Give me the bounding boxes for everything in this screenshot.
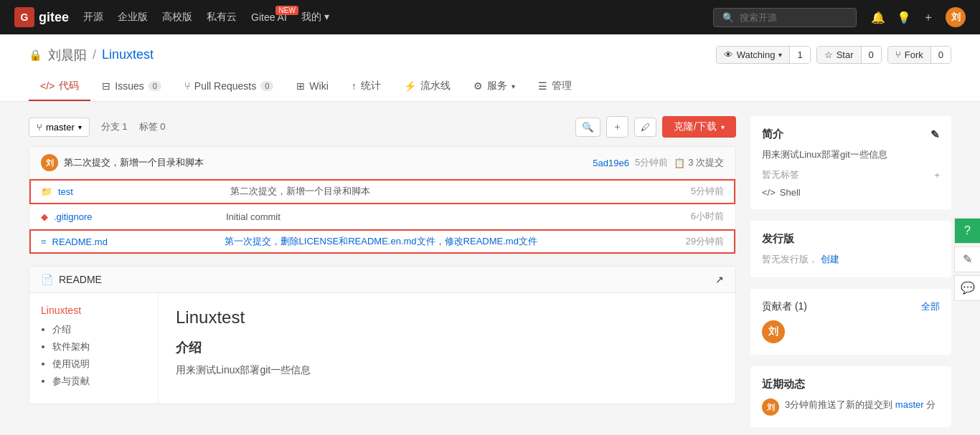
no-tag-label: 暂无标签 <box>762 168 799 181</box>
branch-bar: ⑂ master ▾ 分支 1 标签 0 🔍 ＋ 🖊 克隆/下载 ▾ <box>29 116 736 138</box>
contrib-all-link[interactable]: 全部 <box>921 300 940 313</box>
intro-edit-icon[interactable]: ✎ <box>930 128 940 141</box>
repo-title: 🔒 刘晨阳 / Linuxtest <box>29 47 154 64</box>
eye-icon: 👁 <box>724 49 733 60</box>
tab-wiki[interactable]: ⊞ Wiki <box>285 73 339 100</box>
repo-name[interactable]: Linuxtest <box>102 47 154 62</box>
file-row-gitignore: ◆ .gitignore Initial commit 6小时前 <box>29 204 735 229</box>
star-main[interactable]: ☆ Star <box>817 47 861 63</box>
sidebar-intro-desc: 用来测试Linux部署git一些信息 <box>762 148 940 161</box>
star-icon: ☆ <box>824 49 833 60</box>
wiki-icon: ⊞ <box>296 80 305 92</box>
bulb-icon[interactable]: 💡 <box>897 11 911 24</box>
fork-count[interactable]: 0 <box>930 47 951 63</box>
plus-icon[interactable]: ＋ <box>923 10 934 25</box>
file-list: 刘 第二次提交，新增一个目录和脚本 5ad19e6 5分钟前 📋 3 次提交 📁… <box>29 146 736 254</box>
watch-button[interactable]: 👁 Watching ▾ 1 <box>716 46 811 64</box>
branch-selector[interactable]: ⑂ master ▾ <box>29 118 90 137</box>
readme-external-link[interactable]: ↗ <box>715 274 724 285</box>
chat-float-button[interactable]: 💬 <box>954 275 980 301</box>
activity-item: 刘 3分钟前推送了新的提交到 master 分 <box>762 398 940 416</box>
search-box[interactable]: 🔍 <box>713 8 857 27</box>
watch-count[interactable]: 1 <box>789 47 809 63</box>
commit-hash[interactable]: 5ad19e6 <box>593 158 629 168</box>
add-tag-icon[interactable]: + <box>934 170 940 181</box>
fork-main[interactable]: ⑂ Fork <box>888 47 930 63</box>
editor-btn[interactable]: 🖊 <box>634 118 656 137</box>
tab-manage[interactable]: ☰ 管理 <box>527 72 583 101</box>
fork-icon: ⑂ <box>895 49 901 60</box>
file-name-gitignore[interactable]: .gitignore <box>54 211 197 222</box>
clone-chevron: ▾ <box>721 123 725 131</box>
release-create-link[interactable]: 创建 <box>821 254 839 264</box>
nav-opensource[interactable]: 开源 <box>83 11 103 24</box>
toc-item-arch[interactable]: 软件架构 <box>52 340 146 353</box>
star-button[interactable]: ☆ Star 0 <box>816 46 882 64</box>
clone-download-btn[interactable]: 克隆/下载 ▾ <box>662 116 736 138</box>
toc-title[interactable]: Linuxtest <box>41 305 146 316</box>
readme-section: 📄 README ↗ Linuxtest 介绍 软件架构 使用说明 参与贡献 L… <box>29 266 736 404</box>
nav-gitee-ai[interactable]: Gitee AI NEW <box>251 11 287 23</box>
tab-issues-label: Issues <box>115 80 143 92</box>
sidebar-intro: 简介 ✎ 用来测试Linux部署git一些信息 暂无标签 + </> Shell <box>750 116 951 209</box>
tab-code-label: 代码 <box>59 80 79 92</box>
file-name-readme[interactable]: README.md <box>52 236 196 247</box>
search-icon: 🔍 <box>722 12 734 23</box>
readme-icon-header: 📄 <box>41 274 53 285</box>
clone-label: 克隆/下载 <box>674 120 717 133</box>
star-count[interactable]: 0 <box>861 47 881 63</box>
sidebar-release: 发行版 暂无发行版， 创建 <box>750 221 951 277</box>
lock-icon: 🔒 <box>29 49 42 62</box>
nav-private[interactable]: 私有云 <box>207 11 237 24</box>
toc-list: 介绍 软件架构 使用说明 参与贡献 <box>41 323 146 388</box>
folder-icon: 📁 <box>41 186 52 197</box>
activity-text: 3分钟前推送了新的提交到 master 分 <box>785 398 936 411</box>
commit-count[interactable]: 📋 3 次提交 <box>674 156 724 169</box>
bell-icon[interactable]: 🔔 <box>871 11 885 24</box>
code-icon: </> <box>40 80 55 92</box>
release-no-text: 暂无发行版， 创建 <box>762 253 940 266</box>
contrib-user-avatar[interactable]: 刘 <box>762 320 785 343</box>
file-name-test[interactable]: test <box>58 186 202 197</box>
readme-commit-link[interactable]: 第一次提交，删除LICENSE和README.en.md文件，修改README.… <box>225 236 537 247</box>
separator: / <box>93 47 96 62</box>
search-files-btn[interactable]: 🔍 <box>575 118 600 137</box>
nav-enterprise[interactable]: 企业版 <box>118 11 148 24</box>
help-button[interactable]: ? <box>954 218 980 244</box>
release-title: 发行版 <box>762 232 940 246</box>
toc-item-contrib[interactable]: 参与贡献 <box>52 375 146 388</box>
readme-desc: 用来测试Linux部署git一些信息 <box>176 362 718 378</box>
edit-float-button[interactable]: ✎ <box>954 247 980 272</box>
tab-code[interactable]: </> 代码 <box>29 72 90 101</box>
activity-branch-link[interactable]: master <box>895 399 924 410</box>
tag-count[interactable]: 标签 0 <box>139 120 166 133</box>
nav-campus[interactable]: 高校版 <box>162 11 192 24</box>
logo-icon: G <box>14 7 34 27</box>
logo[interactable]: G gitee <box>14 7 69 27</box>
tab-stats[interactable]: ↑ 统计 <box>340 72 392 101</box>
repo-owner[interactable]: 刘晨阳 <box>48 47 87 64</box>
commit-message: 第二次提交，新增一个目录和脚本 <box>64 156 587 169</box>
tab-pullrequests[interactable]: ⑂ Pull Requests 0 <box>173 73 286 100</box>
branch-count[interactable]: 分支 1 <box>101 120 128 133</box>
branch-chevron: ▾ <box>78 123 82 131</box>
readme-title: 📄 README <box>41 274 102 285</box>
file-commit-readme[interactable]: 第一次提交，删除LICENSE和README.en.md文件，修改README.… <box>196 235 666 248</box>
lang-icon: </> <box>762 187 776 198</box>
activity-title: 近期动态 <box>762 378 940 391</box>
add-file-btn[interactable]: ＋ <box>606 116 628 138</box>
toc-item-intro[interactable]: 介绍 <box>52 323 146 336</box>
tab-issues[interactable]: ⊟ Issues 0 <box>90 73 173 100</box>
float-buttons: ? ✎ 💬 <box>954 218 980 301</box>
fork-button[interactable]: ⑂ Fork 0 <box>887 46 951 64</box>
toc-item-usage[interactable]: 使用说明 <box>52 358 146 371</box>
watch-main[interactable]: 👁 Watching ▾ <box>717 47 790 63</box>
readme-content: Linuxtest 介绍 用来测试Linux部署git一些信息 <box>159 293 735 403</box>
commit-avatar: 刘 <box>41 154 58 171</box>
nav-mine[interactable]: 我的 ▾ <box>301 11 329 24</box>
user-avatar[interactable]: 刘 <box>946 7 966 27</box>
search-input[interactable] <box>740 12 847 23</box>
tab-pipeline[interactable]: ⚡ 流水线 <box>392 72 462 101</box>
tab-services[interactable]: ⚙ 服务 ▾ <box>462 72 527 101</box>
tab-stats-label: 统计 <box>361 80 381 92</box>
